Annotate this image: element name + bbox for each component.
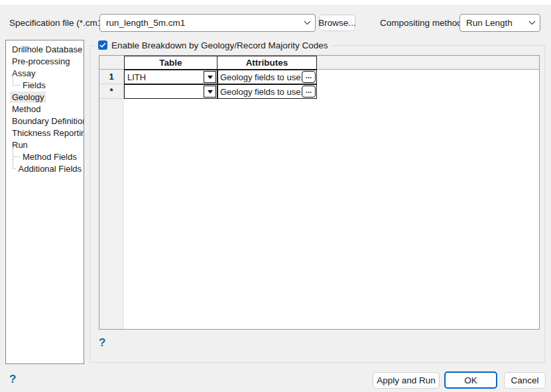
- spec-file-label: Specification file (*.cm1): [9, 18, 105, 28]
- table-cell-combobox[interactable]: LITH: [124, 70, 217, 84]
- compositing-method-label: Compositing method: [380, 18, 462, 28]
- attributes-cell[interactable]: Geology fields to use... ...: [217, 84, 317, 99]
- check-icon: [99, 42, 106, 48]
- table-cell-value: LITH: [125, 72, 204, 82]
- row-header[interactable]: *: [99, 84, 124, 99]
- enable-breakdown-checkbox-row: Enable Breakdown by Geology/Record Major…: [95, 38, 331, 52]
- compositing-dialog: Specification file (*.cm1) run_length_5m…: [0, 0, 551, 392]
- sidebar: Drillhole Database Pre-processing Assay …: [5, 40, 84, 364]
- help-icon[interactable]: ?: [99, 336, 105, 350]
- column-header-table[interactable]: Table: [124, 56, 217, 70]
- breakdown-table: Table Attributes 1 LITH Geology fields t…: [99, 55, 540, 330]
- chevron-down-icon: [524, 21, 540, 25]
- ellipsis-button[interactable]: ...: [302, 71, 316, 83]
- row-header[interactable]: 1: [99, 70, 124, 84]
- attributes-value: Geology fields to use...: [218, 72, 302, 82]
- spec-file-combobox[interactable]: run_length_5m.cm1: [99, 14, 316, 32]
- cancel-button[interactable]: Cancel: [504, 372, 546, 389]
- sidebar-item-method-fields[interactable]: Method Fields: [6, 151, 84, 163]
- tree-branch-icon: [13, 75, 20, 86]
- table-row: 1 LITH Geology fields to use... ...: [99, 70, 539, 84]
- table-empty-area: [99, 99, 539, 329]
- sidebar-item-pre-processing[interactable]: Pre-processing: [6, 55, 84, 67]
- apply-and-run-button[interactable]: Apply and Run: [373, 372, 440, 389]
- table-cell-combobox[interactable]: [124, 84, 217, 99]
- column-header-attributes[interactable]: Attributes: [217, 56, 317, 70]
- dropdown-button[interactable]: [204, 86, 216, 98]
- ok-button[interactable]: OK: [444, 371, 497, 389]
- sidebar-item-additional-fields[interactable]: Additional Fields: [6, 163, 84, 174]
- sidebar-item-geology[interactable]: Geology: [6, 91, 84, 103]
- chevron-down-icon: [299, 21, 315, 25]
- table-header-filler: [317, 56, 539, 70]
- dropdown-button[interactable]: [204, 71, 216, 83]
- row-header-strip: [99, 99, 124, 329]
- dropdown-arrow-icon: [208, 90, 213, 94]
- table-header-row: Table Attributes: [99, 56, 539, 70]
- sidebar-item-drillhole-database[interactable]: Drillhole Database: [6, 43, 84, 55]
- enable-breakdown-label: Enable Breakdown by Geology/Record Major…: [111, 40, 328, 50]
- ellipsis-button[interactable]: ...: [302, 86, 316, 98]
- compositing-method-dropdown[interactable]: Run Length: [459, 14, 540, 32]
- help-icon[interactable]: ?: [9, 373, 16, 386]
- tree-branch-icon: [13, 147, 20, 157]
- geology-panel: Enable Breakdown by Geology/Record Major…: [90, 45, 545, 363]
- table-corner-cell: [99, 56, 124, 70]
- enable-breakdown-checkbox[interactable]: [98, 40, 107, 50]
- spec-file-value: run_length_5m.cm1: [100, 18, 299, 28]
- dropdown-arrow-icon: [208, 76, 213, 79]
- sidebar-item-method[interactable]: Method: [6, 103, 84, 115]
- sidebar-item-thickness-reporting[interactable]: Thickness Reporting: [6, 127, 84, 139]
- attributes-value: Geology fields to use...: [218, 87, 302, 97]
- window-top-strip: [0, 0, 551, 5]
- sidebar-item-boundary-definition[interactable]: Boundary Definition: [6, 115, 84, 127]
- attributes-cell[interactable]: Geology fields to use... ...: [217, 70, 317, 84]
- table-row: * Geology fields to use... ...: [99, 84, 539, 99]
- browse-button[interactable]: Browse...: [319, 15, 355, 31]
- tree-branch-icon: [13, 159, 16, 169]
- sidebar-item-fields[interactable]: Fields: [6, 79, 84, 91]
- compositing-method-value: Run Length: [460, 18, 524, 28]
